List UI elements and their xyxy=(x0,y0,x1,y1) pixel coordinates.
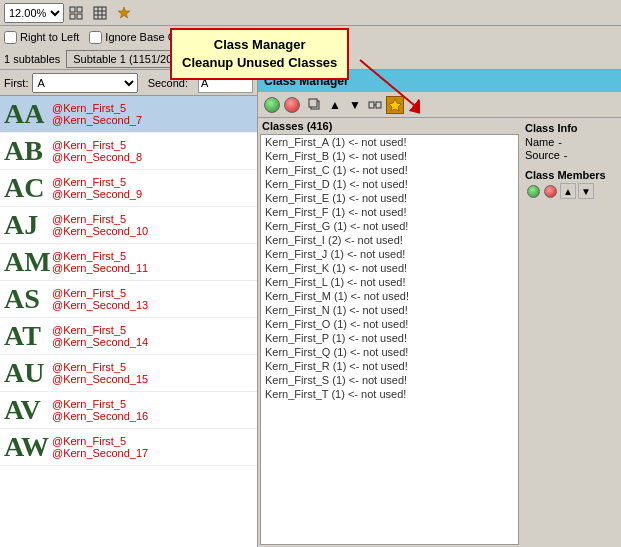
class-list-item[interactable]: Kern_First_S (1) <- not used! xyxy=(261,373,518,387)
kern-item[interactable]: AT @Kern_First_5 @Kern_Second_14 xyxy=(0,318,257,355)
kern-ref1: @Kern_First_5 xyxy=(52,176,142,188)
class-list-item[interactable]: Kern_First_M (1) <- not used! xyxy=(261,289,518,303)
remove-member-button[interactable] xyxy=(544,185,557,198)
kern-glyph: AS xyxy=(4,283,52,315)
kern-item[interactable]: AU @Kern_First_5 @Kern_Second_15 xyxy=(0,355,257,392)
svg-line-17 xyxy=(360,60,420,110)
class-list-item[interactable]: Kern_First_E (1) <- not used! xyxy=(261,191,518,205)
kern-ref2: @Kern_Second_15 xyxy=(52,373,148,385)
class-info-source-row: Source - xyxy=(525,149,617,161)
kern-ref2: @Kern_Second_11 xyxy=(52,262,148,274)
class-info-name-row: Name - xyxy=(525,136,617,148)
class-info-source-value: - xyxy=(564,149,568,161)
table-icon[interactable] xyxy=(90,3,110,23)
kern-glyph: AA xyxy=(4,98,52,130)
svg-rect-3 xyxy=(77,14,82,19)
class-list-item[interactable]: Kern_First_J (1) <- not used! xyxy=(261,247,518,261)
kern-ref2: @Kern_Second_8 xyxy=(52,151,142,163)
class-list-item[interactable]: Kern_First_K (1) <- not used! xyxy=(261,261,518,275)
kern-glyph: AT xyxy=(4,320,52,352)
copy-class-icon[interactable] xyxy=(306,96,324,114)
class-list-item[interactable]: Kern_First_F (1) <- not used! xyxy=(261,205,518,219)
add-class-button[interactable] xyxy=(264,97,280,113)
kern-refs: @Kern_First_5 @Kern_Second_15 xyxy=(52,361,148,385)
class-list-item[interactable]: Kern_First_I (2) <- not used! xyxy=(261,233,518,247)
class-list-item[interactable]: Kern_First_A (1) <- not used! xyxy=(261,135,518,149)
svg-rect-2 xyxy=(70,14,75,19)
kern-item[interactable]: AJ @Kern_First_5 @Kern_Second_10 xyxy=(0,207,257,244)
kern-ref1: @Kern_First_5 xyxy=(52,435,148,447)
class-list-item[interactable]: Kern_First_G (1) <- not used! xyxy=(261,219,518,233)
kern-glyph: AB xyxy=(4,135,52,167)
kern-glyph: AV xyxy=(4,394,52,426)
kern-refs: @Kern_First_5 @Kern_Second_8 xyxy=(52,139,142,163)
kern-glyph: AC xyxy=(4,172,52,204)
kern-item[interactable]: AB @Kern_First_5 @Kern_Second_8 xyxy=(0,133,257,170)
member-down-icon[interactable]: ▼ xyxy=(578,183,594,199)
kern-ref1: @Kern_First_5 xyxy=(52,213,148,225)
member-up-icon[interactable]: ▲ xyxy=(560,183,576,199)
kern-glyph: AW xyxy=(4,431,52,463)
first-label: First: xyxy=(4,77,28,89)
class-list[interactable]: Kern_First_A (1) <- not used!Kern_First_… xyxy=(260,134,519,545)
class-info-name-label: Name xyxy=(525,136,554,148)
subtables-label: 1 subtables xyxy=(4,53,60,65)
kern-item[interactable]: AV @Kern_First_5 @Kern_Second_16 xyxy=(0,392,257,429)
class-list-item[interactable]: Kern_First_Q (1) <- not used! xyxy=(261,345,518,359)
first-dropdown[interactable]: A xyxy=(32,73,137,93)
class-info-name-value: - xyxy=(558,136,562,148)
kern-ref2: @Kern_Second_17 xyxy=(52,447,148,459)
class-members-title: Class Members xyxy=(525,169,617,181)
kern-ref1: @Kern_First_5 xyxy=(52,398,148,410)
kern-refs: @Kern_First_5 @Kern_Second_9 xyxy=(52,176,142,200)
svg-rect-0 xyxy=(70,7,75,12)
kern-list[interactable]: AA @Kern_First_5 @Kern_Second_7 AB @Kern… xyxy=(0,96,257,547)
main-area: First: A Second: AA @Kern_First_5 @Kern_… xyxy=(0,70,621,547)
kern-refs: @Kern_First_5 @Kern_Second_11 xyxy=(52,250,148,274)
kern-glyph: AM xyxy=(4,246,52,278)
kern-refs: @Kern_First_5 @Kern_Second_10 xyxy=(52,213,148,237)
class-list-item[interactable]: Kern_First_C (1) <- not used! xyxy=(261,163,518,177)
class-members-toolbar: ▲ ▼ xyxy=(525,183,617,199)
add-member-button[interactable] xyxy=(527,185,540,198)
zoom-select[interactable]: 12.00% xyxy=(4,3,64,23)
kern-item[interactable]: AW @Kern_First_5 @Kern_Second_17 xyxy=(0,429,257,466)
kern-item[interactable]: AM @Kern_First_5 @Kern_Second_11 xyxy=(0,244,257,281)
star-icon[interactable] xyxy=(114,3,134,23)
class-list-item[interactable]: Kern_First_B (1) <- not used! xyxy=(261,149,518,163)
class-list-item[interactable]: Kern_First_L (1) <- not used! xyxy=(261,275,518,289)
kern-refs: @Kern_First_5 @Kern_Second_14 xyxy=(52,324,148,348)
svg-rect-11 xyxy=(309,99,317,107)
class-list-item[interactable]: Kern_First_R (1) <- not used! xyxy=(261,359,518,373)
kern-glyph: AU xyxy=(4,357,52,389)
callout-box: Class Manager Cleanup Unused Classes xyxy=(170,28,349,80)
right-to-left-input[interactable] xyxy=(4,31,17,44)
kern-glyph: AJ xyxy=(4,209,52,241)
kern-refs: @Kern_First_5 @Kern_Second_17 xyxy=(52,435,148,459)
class-manager-panel: Class Manager ▲ ▼ xyxy=(258,70,621,547)
kern-ref2: @Kern_Second_7 xyxy=(52,114,142,126)
kern-refs: @Kern_First_5 @Kern_Second_7 xyxy=(52,102,142,126)
ignore-base-input[interactable] xyxy=(89,31,102,44)
kern-item[interactable]: AC @Kern_First_5 @Kern_Second_9 xyxy=(0,170,257,207)
callout-arrow xyxy=(340,55,420,125)
grid-icon[interactable] xyxy=(66,3,86,23)
class-list-item[interactable]: Kern_First_T (1) <- not used! xyxy=(261,387,518,401)
class-info-source-label: Source xyxy=(525,149,560,161)
svg-rect-1 xyxy=(77,7,82,12)
class-list-area: Classes (416) Kern_First_A (1) <- not us… xyxy=(258,118,521,547)
class-list-item[interactable]: Kern_First_O (1) <- not used! xyxy=(261,317,518,331)
kern-ref1: @Kern_First_5 xyxy=(52,139,142,151)
kern-ref1: @Kern_First_5 xyxy=(52,324,148,336)
svg-rect-4 xyxy=(94,7,106,19)
kern-item[interactable]: AA @Kern_First_5 @Kern_Second_7 xyxy=(0,96,257,133)
kern-item[interactable]: AS @Kern_First_5 @Kern_Second_13 xyxy=(0,281,257,318)
remove-class-button[interactable] xyxy=(284,97,300,113)
kern-ref1: @Kern_First_5 xyxy=(52,287,148,299)
class-list-item[interactable]: Kern_First_N (1) <- not used! xyxy=(261,303,518,317)
right-to-left-checkbox[interactable]: Right to Left xyxy=(4,31,79,44)
kern-ref2: @Kern_Second_14 xyxy=(52,336,148,348)
class-list-item[interactable]: Kern_First_P (1) <- not used! xyxy=(261,331,518,345)
kern-ref2: @Kern_Second_10 xyxy=(52,225,148,237)
class-list-item[interactable]: Kern_First_D (1) <- not used! xyxy=(261,177,518,191)
